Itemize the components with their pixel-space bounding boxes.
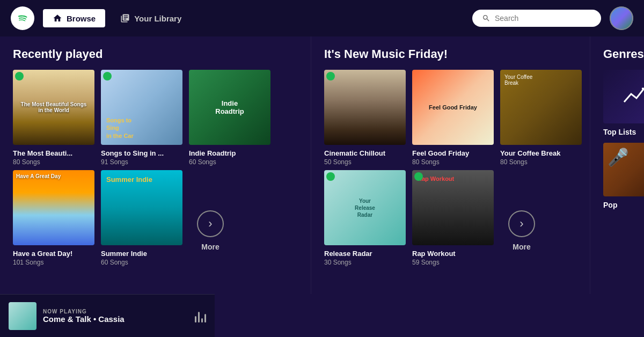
spotify-badge-icon [326, 172, 335, 181]
library-button[interactable]: Your Library [114, 9, 188, 27]
card-title: Indie Roadtrip [189, 149, 270, 157]
more-circle-icon: › [508, 210, 535, 237]
card-title: Release Radar [324, 250, 406, 258]
card-subtitle: 91 Songs [101, 158, 182, 166]
avatar[interactable] [610, 6, 633, 30]
card-title: Rap Workout [412, 250, 494, 258]
search-icon [482, 14, 491, 23]
card-title: Have a Great Day! [13, 250, 94, 258]
list-item[interactable]: The Most Beautiful Songsin the World The… [13, 70, 94, 166]
svg-point-4 [328, 174, 333, 179]
more-label: More [201, 243, 219, 251]
recently-played-title: Recently played [13, 47, 298, 61]
search-input[interactable] [495, 14, 591, 23]
now-playing-label: NOW PLAYING [43, 309, 188, 314]
card-title: Your Coffee Break [500, 149, 582, 157]
list-item[interactable]: Cinematic Chillout 50 Songs [324, 70, 406, 166]
equalizer-icon [195, 310, 206, 323]
navbar: Browse Your Library [0, 0, 644, 36]
browse-button[interactable]: Browse [43, 9, 105, 27]
card-title: Cinematic Chillout [324, 149, 406, 157]
spotify-logo[interactable] [11, 6, 34, 30]
more-button-2[interactable]: › More [500, 210, 543, 266]
new-music-section: It's New Music Friday! Cinematic Chillou… [311, 36, 590, 294]
svg-point-2 [105, 74, 109, 78]
svg-point-1 [17, 74, 21, 78]
genre-title: Top Lists [603, 128, 644, 136]
card-title: Summer Indie [101, 250, 182, 258]
card-subtitle: 60 Songs [101, 259, 182, 266]
now-playing-thumbnail [9, 302, 36, 330]
list-item[interactable]: 🎤 Pop [603, 143, 644, 209]
spotify-badge-icon [414, 172, 423, 181]
svg-point-5 [416, 174, 421, 179]
now-playing-info: NOW PLAYING Come & Talk • Cassia [43, 309, 188, 324]
genres-title: Genres & M [603, 47, 644, 61]
card-subtitle: 60 Songs [189, 158, 270, 166]
genre-title: Pop [603, 201, 644, 209]
list-item[interactable]: Summer Indie Summer Indie 60 Songs [101, 170, 182, 266]
more-label: More [513, 243, 530, 251]
card-subtitle: 80 Songs [412, 158, 494, 166]
recently-played-section: Recently played The Most Beautiful Songs… [0, 36, 311, 294]
main-content: Recently played The Most Beautiful Songs… [0, 36, 644, 294]
card-title: Feel Good Friday [412, 149, 494, 157]
new-music-title: It's New Music Friday! [324, 47, 577, 61]
genres-section: Genres & M Top Lists 🎤 Pop [590, 36, 644, 294]
list-item[interactable]: Rap Workout Rap Workout 59 Songs [412, 170, 494, 266]
list-item[interactable]: Have A Great Day Have a Great Day! 101 S… [13, 170, 94, 266]
list-item[interactable]: Feel Good Friday Feel Good Friday 80 Son… [412, 70, 494, 166]
search-bar[interactable] [472, 10, 601, 27]
list-item[interactable]: Top Lists [603, 70, 644, 136]
list-item[interactable]: Songs toSingin the Car Songs to Sing in … [101, 70, 182, 166]
more-circle-icon: › [197, 210, 224, 237]
card-subtitle: 80 Songs [500, 158, 582, 166]
list-item[interactable]: YourReleaseRadar Release Radar 30 Songs [324, 170, 406, 266]
svg-point-3 [328, 74, 333, 78]
list-item[interactable]: Your CoffeeBreak Your Coffee Break 80 So… [500, 70, 582, 166]
card-title: Songs to Sing in ... [101, 149, 182, 157]
spotify-badge-icon [15, 72, 24, 80]
card-subtitle: 59 Songs [412, 259, 494, 266]
now-playing-bar: NOW PLAYING Come & Talk • Cassia [0, 294, 215, 337]
card-subtitle: 30 Songs [324, 259, 406, 266]
more-button[interactable]: › More [189, 210, 232, 266]
card-subtitle: 80 Songs [13, 158, 94, 166]
card-subtitle: 101 Songs [13, 259, 94, 266]
card-subtitle: 50 Songs [324, 158, 406, 166]
now-playing-song: Come & Talk • Cassia [43, 314, 188, 324]
spotify-badge-icon [103, 72, 112, 80]
card-title: The Most Beauti... [13, 149, 94, 157]
list-item[interactable]: IndieRoadtrip Indie Roadtrip 60 Songs [189, 70, 270, 166]
spotify-badge-icon [326, 72, 335, 80]
